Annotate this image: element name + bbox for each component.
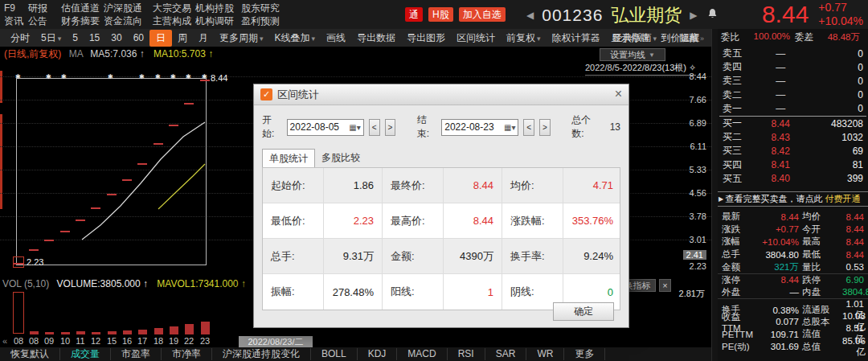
stat-label: 最新	[722, 211, 759, 223]
toolbar-item[interactable]: 30	[105, 31, 127, 45]
sell-row: 卖四—0	[718, 60, 868, 74]
indicator-tab[interactable]: 市净率	[162, 348, 212, 360]
indicator-tab[interactable]: 成交量	[60, 348, 111, 360]
stat-label: 内盘	[802, 286, 842, 298]
toolbar-item[interactable]: 分时	[5, 30, 35, 47]
menu-item[interactable]: 大宗交易	[153, 2, 195, 14]
close-indicator-icon[interactable]: ×	[659, 279, 671, 292]
x-axis-date: 11	[72, 336, 88, 346]
menu-item[interactable]: 资讯	[4, 14, 28, 27]
volume-bar	[92, 332, 100, 334]
toolbar-item[interactable]: 更多周期▾	[214, 30, 269, 47]
toolbar-item[interactable]: 周	[172, 30, 193, 47]
toolbar-item[interactable]: 日	[149, 30, 172, 47]
toolbar-item[interactable]: 5日▾	[35, 30, 67, 47]
top-bar: F9研报估值通道沪深股通大宗交易机构持股股东研究资讯公告财务摘要资金流向主营构成…	[0, 0, 868, 29]
indicator-tab[interactable]: WR	[526, 348, 564, 360]
sell-row: 卖三—0	[718, 74, 868, 88]
toolbar-item[interactable]: 画线	[321, 30, 351, 47]
toolbar-item[interactable]: 月	[193, 30, 214, 47]
buy-volume: 1032	[809, 132, 864, 143]
start-date-input[interactable]: 2022-08-05 ▦▾	[287, 119, 364, 136]
buy-price: 8.43	[753, 132, 809, 143]
dialog-tab[interactable]: 单股统计	[262, 149, 315, 167]
start-date-next-button[interactable]: >	[385, 119, 396, 136]
chevron-down-icon: ▾	[537, 35, 541, 43]
indicator-tab[interactable]: RSI	[448, 348, 485, 360]
stat-table-value: 1.86	[324, 168, 383, 203]
stat-label: 总值	[802, 341, 842, 353]
menu-item[interactable]: 财务摘要	[61, 14, 104, 27]
close-icon[interactable]: ×	[615, 87, 622, 101]
toolbar-item[interactable]: 15	[84, 31, 105, 45]
indicator-tab[interactable]: 市盈率	[111, 348, 162, 360]
indicator-tab[interactable]: KDJ	[358, 348, 398, 360]
ma-label: MA	[69, 48, 83, 59]
alert-bell-icon[interactable]	[707, 8, 718, 23]
next-stock-icon[interactable]: ▶	[690, 10, 697, 21]
toolbar-item[interactable]: 导出数据	[351, 30, 401, 47]
badge-tong[interactable]: 通	[405, 7, 423, 22]
selected-range-label: 2022/8/5-2022/8/23(13根) ✧	[585, 62, 696, 76]
stat-table-label: 阳线:	[383, 274, 444, 310]
toolbar-item[interactable]: 前复权▾	[501, 30, 547, 47]
full-orderbook-promo: 查看完整买卖盘，请点此 付费开通	[718, 191, 868, 207]
dialog-tab[interactable]: 多股比较	[315, 149, 366, 167]
indicator-tab[interactable]: MACD	[397, 348, 447, 360]
indicator-tab[interactable]: 沪深股通持股变化	[212, 348, 311, 360]
toolbar-item[interactable]: 导出图形	[401, 30, 451, 47]
event-marker-icon: ✱	[186, 73, 191, 80]
stat-table-value: 353.76%	[563, 203, 621, 238]
menu-item[interactable]: 资金流向	[104, 14, 153, 27]
toolbar-item[interactable]: 60	[128, 31, 149, 45]
ma-settings-dropdown[interactable]: 设置均线▼	[600, 48, 665, 61]
toolbar-right: 经典版面▾ 隐藏»	[607, 29, 710, 47]
indicator-tab[interactable]: SAR	[485, 348, 527, 360]
indicator-tab[interactable]: 更多	[564, 348, 605, 360]
menu-item[interactable]: F9	[4, 2, 28, 14]
stock-code: 001236	[542, 6, 603, 25]
highlight-box	[13, 256, 24, 268]
stat-table-label: 起始价:	[263, 168, 324, 203]
start-date-prev-button[interactable]: <	[369, 119, 380, 136]
count-value: 13	[610, 121, 620, 133]
current-date-tag: 2022/08/23/二	[239, 336, 313, 347]
menu-item[interactable]: 研报	[28, 2, 61, 14]
dialog-title-bar[interactable]: ✓ 区间统计 ×	[254, 84, 628, 105]
menu-item[interactable]: 机构调研	[195, 14, 241, 27]
menu-item[interactable]: 股东研究	[241, 2, 289, 14]
add-to-watchlist-button[interactable]: 加入自选	[459, 7, 506, 22]
prev-stock-icon[interactable]: ◀	[526, 10, 534, 21]
end-date-input[interactable]: 2022-08-23 ▦▾	[441, 119, 518, 136]
menu-item[interactable]: 机构持股	[195, 2, 241, 14]
buy-volume: 81	[809, 159, 864, 170]
ok-button[interactable]: 确定	[553, 302, 614, 321]
calendar-icon[interactable]: ▦▾	[504, 123, 515, 132]
hide-panel-button[interactable]: 隐藏»	[674, 30, 710, 47]
indicator-tab[interactable]: 恢复默认	[0, 348, 60, 360]
toolbar-item[interactable]: K线叠加▾	[269, 30, 321, 47]
buy-level-label: 买二	[723, 130, 753, 144]
menu-item[interactable]: 公告	[28, 14, 61, 27]
menu-item[interactable]: 估值通道	[61, 2, 104, 14]
collapse-arrow-icon[interactable]: ▶	[719, 195, 723, 203]
toolbar-item[interactable]: 除权计算器	[547, 30, 606, 47]
classic-layout-dropdown[interactable]: 经典版面▾	[607, 30, 662, 47]
calendar-icon[interactable]: ▦▾	[349, 123, 360, 132]
rewind-icon[interactable]: «	[2, 336, 7, 346]
stat-value: 0.077	[759, 317, 802, 326]
pay-unlock-link[interactable]: 付费开通	[825, 193, 861, 205]
menu-item[interactable]: 主营构成	[153, 14, 195, 27]
menu-item[interactable]: 沪深股通	[104, 2, 153, 14]
ma10-value: MA10:5.703 ↑	[154, 48, 213, 59]
stat-table-label: 最高价:	[383, 203, 444, 238]
limit-up-candle	[76, 219, 85, 221]
menu-item[interactable]: 盈利预测	[241, 14, 289, 27]
toolbar-item[interactable]: 区间统计	[451, 30, 501, 47]
end-date-next-button[interactable]: >	[539, 119, 551, 136]
toolbar-item[interactable]: 5	[67, 31, 84, 45]
buy-volume: 483208	[809, 118, 864, 129]
indicator-tab[interactable]: BOLL	[311, 348, 358, 360]
end-date-prev-button[interactable]: <	[523, 119, 534, 136]
badge-h-share[interactable]: H股	[428, 7, 453, 22]
